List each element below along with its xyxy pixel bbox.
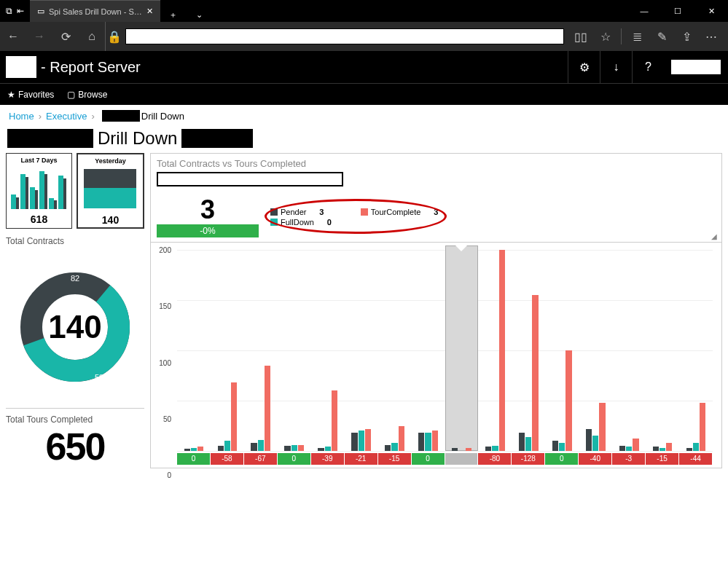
share-icon[interactable]: ⇪ bbox=[674, 22, 699, 51]
value-total-tours: 650 bbox=[6, 425, 144, 468]
label-total-contracts: Total Contracts bbox=[6, 236, 144, 246]
chart-subtitle-mask bbox=[157, 172, 343, 186]
home-button[interactable]: ⌂ bbox=[79, 22, 105, 51]
settings-gear-icon[interactable]: ⚙ bbox=[568, 51, 600, 83]
crumb-mask bbox=[102, 110, 140, 122]
window-minimize-button[interactable]: — bbox=[627, 0, 661, 22]
nav-favorites[interactable]: ★ Favorites bbox=[7, 90, 54, 100]
main-chart[interactable]: 0-58-670-39-21-150-80-1280-40-3-15-44 05… bbox=[150, 243, 722, 468]
svg-rect-10 bbox=[58, 176, 63, 209]
page-title: Drill Down bbox=[98, 128, 177, 149]
title-mask-right bbox=[181, 129, 253, 148]
selected-total: 3 bbox=[157, 197, 259, 223]
window-close-button[interactable]: ✕ bbox=[694, 0, 728, 22]
tab-actions-icon[interactable]: ⌄ bbox=[187, 0, 213, 29]
refresh-button[interactable]: ⟳ bbox=[52, 22, 79, 51]
swatch-tourcomplete bbox=[361, 208, 368, 216]
notes-icon[interactable]: ✎ bbox=[649, 22, 674, 51]
chart-title: Total Contracts vs Tours Completed bbox=[157, 158, 716, 169]
tile-yesterday[interactable]: Yesterday 140 bbox=[77, 153, 144, 229]
svg-rect-8 bbox=[49, 198, 54, 209]
tab-set-aside-icon: ⇤ bbox=[17, 6, 24, 16]
app-header: - Report Server ⚙ ↓ ? bbox=[0, 51, 728, 83]
tile-last-7-days[interactable]: Last 7 Days 618 bbox=[6, 153, 72, 229]
lock-icon: 🔒 bbox=[105, 22, 122, 51]
browser-tab[interactable]: ▭ Spi Sales Drill Down - S… ✕ bbox=[30, 0, 160, 22]
app-logo-mask bbox=[6, 56, 36, 78]
window-titlebar: ⧉ ⇤ ▭ Spi Sales Drill Down - S… ✕ ＋ ⌄ — … bbox=[0, 0, 728, 22]
forward-button[interactable]: → bbox=[26, 22, 52, 51]
app-title: - Report Server bbox=[41, 59, 141, 76]
tab-title: Spi Sales Drill Down - S… bbox=[49, 7, 142, 16]
donut-center-value: 140 bbox=[48, 309, 101, 345]
download-icon[interactable]: ↓ bbox=[600, 51, 632, 83]
svg-text:82: 82 bbox=[71, 274, 79, 283]
label-total-tours: Total Tours Completed bbox=[6, 414, 144, 425]
sparkline-yesterday bbox=[81, 166, 139, 210]
crumb-executive[interactable]: Executive bbox=[46, 111, 87, 122]
svg-rect-4 bbox=[30, 187, 35, 209]
chart-legend: Pender3 FullDown0 TourComplete3 bbox=[270, 208, 438, 227]
crumb-current: Drill Down bbox=[141, 111, 184, 122]
selected-pct: -0% bbox=[157, 224, 259, 237]
window-maximize-button[interactable]: ☐ bbox=[661, 0, 694, 22]
swatch-pender bbox=[270, 208, 278, 216]
app-subnav: ★ Favorites ▢ Browse bbox=[0, 83, 728, 105]
breadcrumb: Home › Executive › Drill Down bbox=[0, 105, 728, 127]
browser-toolbar: ← → ⟳ ⌂ 🔒 ▯▯ ☆ ≣ ✎ ⇪ ⋯ bbox=[0, 22, 728, 51]
favorite-star-icon[interactable]: ☆ bbox=[593, 22, 618, 51]
svg-rect-7 bbox=[44, 174, 47, 209]
favorites-list-icon[interactable]: ≣ bbox=[625, 22, 649, 51]
user-name-mask[interactable] bbox=[671, 60, 721, 74]
sparkline-last7 bbox=[9, 165, 68, 209]
browse-icon: ▢ bbox=[67, 90, 75, 100]
svg-rect-0 bbox=[11, 194, 16, 209]
svg-text:58: 58 bbox=[95, 373, 103, 382]
tab-group-icon: ⧉ bbox=[6, 6, 12, 16]
address-field[interactable] bbox=[125, 28, 564, 44]
help-icon[interactable]: ? bbox=[632, 51, 664, 83]
svg-rect-11 bbox=[63, 178, 66, 209]
contracts-donut: 140 82 58 bbox=[13, 265, 137, 389]
svg-rect-9 bbox=[54, 200, 57, 209]
more-icon[interactable]: ⋯ bbox=[699, 22, 724, 51]
svg-rect-1 bbox=[16, 197, 19, 209]
back-button[interactable]: ← bbox=[0, 22, 26, 51]
nav-browse[interactable]: ▢ Browse bbox=[67, 90, 107, 100]
svg-rect-12 bbox=[84, 169, 136, 188]
swatch-fulldown bbox=[270, 219, 278, 226]
chart-header: Total Contracts vs Tours Completed 3 -0%… bbox=[150, 153, 722, 243]
svg-rect-3 bbox=[26, 177, 28, 209]
svg-rect-2 bbox=[20, 174, 26, 209]
crumb-home[interactable]: Home bbox=[9, 111, 34, 122]
page-icon: ▭ bbox=[37, 7, 44, 16]
expand-handle-icon[interactable]: ◢ bbox=[711, 232, 717, 240]
close-tab-icon[interactable]: ✕ bbox=[146, 7, 153, 16]
page-title-row: Drill Down bbox=[0, 127, 728, 150]
svg-rect-6 bbox=[39, 171, 44, 209]
new-tab-button[interactable]: ＋ bbox=[160, 0, 187, 29]
reading-view-icon[interactable]: ▯▯ bbox=[568, 22, 593, 51]
title-mask-left bbox=[7, 129, 93, 148]
svg-rect-5 bbox=[35, 190, 38, 209]
svg-rect-13 bbox=[84, 188, 136, 208]
star-icon: ★ bbox=[7, 90, 15, 100]
